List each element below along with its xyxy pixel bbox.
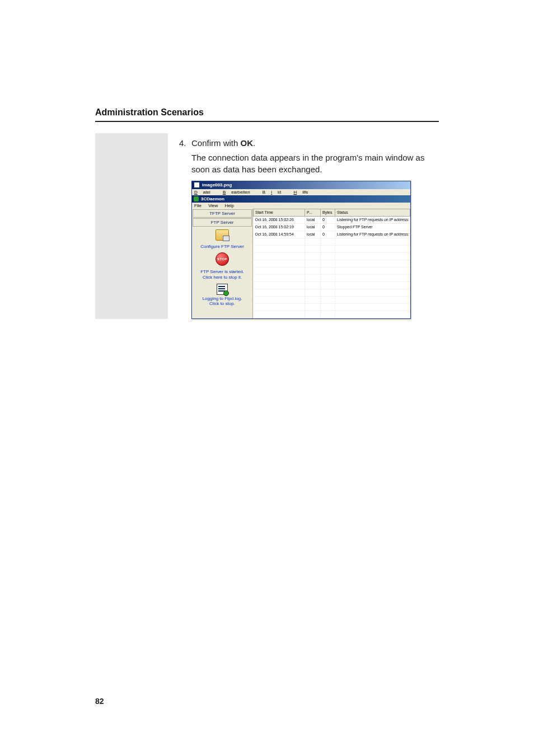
step-number: 4. <box>179 138 191 149</box>
log-table: Start Time P... Bytes Status Oct 16, 200… <box>253 209 410 318</box>
ftp-server-button[interactable]: FTP Server <box>193 218 252 227</box>
table-row <box>254 281 410 289</box>
cell-peer: local <box>305 216 321 223</box>
section-heading: Administration Scenarios <box>95 107 439 118</box>
cell-bytes: 0 <box>321 216 335 223</box>
stop-icon: STOP <box>216 252 229 266</box>
table-row[interactable]: Oct 16, 2008 15:02:26 local 0 Listening … <box>254 216 410 223</box>
folder-icon <box>216 229 229 241</box>
configure-icon-box <box>192 227 252 241</box>
outer-menubar: Datei Bearbeiten Bild Hilfe <box>192 189 410 195</box>
cell-peer: local <box>305 231 321 238</box>
configure-ftp-link[interactable]: Configure FTP Server <box>192 241 252 251</box>
menu-view[interactable]: View <box>208 203 218 208</box>
menu-datei[interactable]: Datei <box>194 190 216 195</box>
outer-window-titlebar: image003.png <box>192 181 410 189</box>
stop-icon-box: STOP <box>192 250 252 266</box>
table-row <box>254 260 410 267</box>
menu-bild[interactable]: Bild <box>263 190 287 195</box>
step-text-suffix: . <box>253 138 255 148</box>
log-pane: Start Time P... Bytes Status Oct 16, 200… <box>253 209 410 318</box>
col-peer[interactable]: P... <box>305 209 321 216</box>
menu-bild-rest2: ld <box>278 190 281 195</box>
step-text: Confirm with OK. <box>191 138 439 149</box>
menu-datei-rest: atei <box>203 190 210 195</box>
cell-time: Oct 16, 2008 15:02:19 <box>254 223 305 231</box>
log-body: Oct 16, 2008 15:02:26 local 0 Listening … <box>254 216 410 318</box>
cell-status: Listening for FTP requests on IP address… <box>335 216 410 223</box>
inner-menubar: File View Help <box>192 203 410 209</box>
table-row <box>254 245 410 252</box>
log-header-row: Start Time P... Bytes Status <box>254 209 410 216</box>
cell-time: Oct 16, 2008 14:59:54 <box>254 231 305 238</box>
step-4: 4. Confirm with OK. <box>179 138 439 149</box>
menu-bild-mnemonic: i <box>271 190 272 195</box>
table-row <box>254 311 410 318</box>
step-subtext: The connection data appears in the progr… <box>191 152 439 175</box>
body-column: 4. Confirm with OK. The connection data … <box>168 133 439 319</box>
content-area: Administration Scenarios 4. Confirm with… <box>0 107 534 319</box>
cell-status: Listening for FTP requests on IP address… <box>335 231 410 238</box>
logging-link[interactable]: Logging to Ftpd.log. Click to stop. <box>192 295 252 310</box>
cell-bytes: 0 <box>321 231 335 238</box>
menu-hilfe-mnemonic: H <box>293 190 297 195</box>
col-bytes[interactable]: Bytes <box>321 209 335 216</box>
menu-help[interactable]: Help <box>225 203 234 208</box>
outer-window-title: image003.png <box>202 182 232 187</box>
logging-line1: Logging to Ftpd.log. <box>203 296 242 301</box>
left-shade-bar <box>95 133 168 319</box>
left-pane: TFTP Server FTP Server Configure FTP Ser… <box>192 209 253 318</box>
menu-hilfe[interactable]: Hilfe <box>293 190 313 195</box>
table-row <box>254 252 410 260</box>
logging-line2: Click to stop. <box>209 301 235 306</box>
table-row <box>254 296 410 303</box>
tftp-server-button[interactable]: TFTP Server <box>193 209 252 218</box>
paint-icon <box>194 182 200 188</box>
ftp-started-link[interactable]: FTP Server is started. Click here to sto… <box>192 266 252 281</box>
inner-window-titlebar: 3CDaemon <box>192 195 410 203</box>
step-text-bold: OK <box>241 138 254 148</box>
document-page: Administration Scenarios 4. Confirm with… <box>0 0 534 756</box>
ftp-started-line1: FTP Server is started. <box>200 269 244 274</box>
inner-window-title: 3CDaemon <box>201 196 224 201</box>
body-row: 4. Confirm with OK. The connection data … <box>95 133 439 319</box>
cell-bytes: 0 <box>321 223 335 231</box>
cell-time: Oct 16, 2008 15:02:26 <box>254 216 305 223</box>
table-row <box>254 238 410 245</box>
menu-datei-mnemonic: D <box>194 190 198 195</box>
table-row <box>254 274 410 281</box>
menu-bearbeiten-mnemonic: B <box>223 190 226 195</box>
step-text-prefix: Confirm with <box>191 138 241 148</box>
embedded-screenshot: image003.png Datei Bearbeiten Bild Hilfe… <box>191 181 411 319</box>
menu-hilfe-rest: ilfe <box>302 190 308 195</box>
menu-bearbeiten-rest: earbeiten <box>231 190 250 195</box>
table-row[interactable]: Oct 16, 2008 15:02:19 local 0 Stopped FT… <box>254 223 410 231</box>
menu-bild-rest1: B <box>263 190 265 195</box>
main-panes: TFTP Server FTP Server Configure FTP Ser… <box>192 209 410 318</box>
table-row <box>254 289 410 296</box>
app-icon <box>194 196 199 201</box>
log-icon <box>217 284 228 295</box>
table-row <box>254 303 410 311</box>
page-number: 82 <box>95 697 104 706</box>
menu-file[interactable]: File <box>194 203 202 208</box>
cell-peer: local <box>305 223 321 231</box>
table-row <box>254 267 410 274</box>
table-row[interactable]: Oct 16, 2008 14:59:54 local 0 Listening … <box>254 231 410 238</box>
col-start-time[interactable]: Start Time <box>254 209 305 216</box>
ftp-started-line2: Click here to stop it. <box>203 275 242 280</box>
menu-bearbeiten[interactable]: Bearbeiten <box>223 190 256 195</box>
heading-rule <box>95 121 439 122</box>
col-status[interactable]: Status <box>335 209 410 216</box>
log-icon-box <box>192 281 252 295</box>
cell-status: Stopped FTP Server <box>335 223 410 231</box>
